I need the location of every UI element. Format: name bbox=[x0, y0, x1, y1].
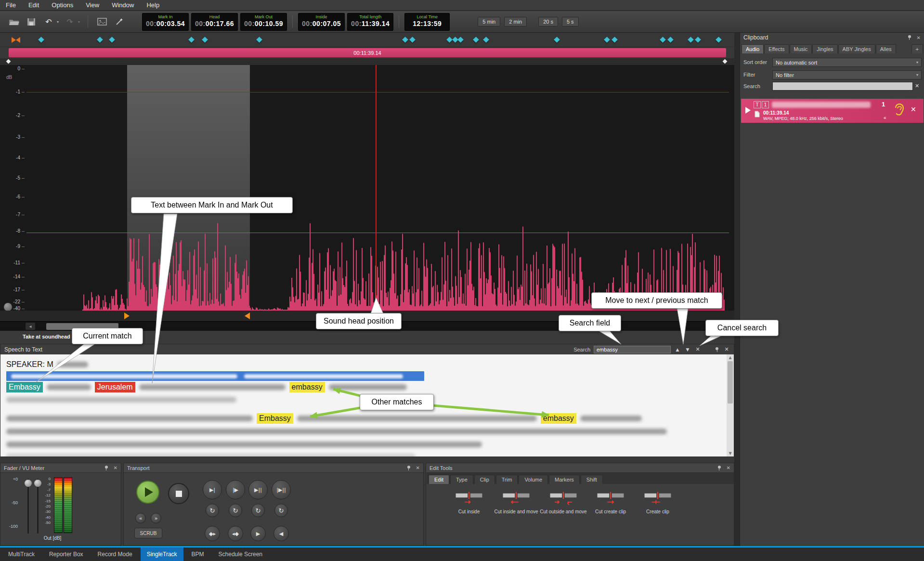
match-highlight[interactable]: embassy bbox=[289, 382, 325, 392]
overview-timeline[interactable]: 00:11:39.14 bbox=[9, 48, 726, 57]
edit-tab-trim[interactable]: Trim bbox=[496, 475, 518, 484]
menu-edit[interactable]: Edit bbox=[28, 1, 39, 9]
cue-marker-icon[interactable] bbox=[604, 37, 610, 43]
cue-marker-icon[interactable] bbox=[554, 37, 560, 43]
time-field-head[interactable]: Head00:00:17.66 bbox=[191, 13, 238, 31]
waveform-canvas[interactable] bbox=[26, 65, 729, 311]
jump-button-1[interactable]: ◂◆ bbox=[228, 526, 243, 541]
edit-tab-clip[interactable]: Clip bbox=[474, 475, 495, 484]
cue-marker-icon[interactable] bbox=[473, 37, 479, 43]
clipboard-tab-jingles[interactable]: Jingles bbox=[812, 44, 837, 53]
clear-search-icon[interactable]: ✕ bbox=[915, 83, 919, 89]
clipboard-audio-item[interactable]: T 1 1 00:11:39.14 WAV, MPEG; 48.0 kHz, 2… bbox=[741, 99, 924, 123]
mark-in-handle[interactable] bbox=[124, 313, 130, 319]
cue-marker-icon[interactable] bbox=[97, 37, 103, 43]
time-field-inside[interactable]: Inside00:00:07.05 bbox=[298, 13, 345, 31]
screen-tab-multitrack[interactable]: MultiTrack bbox=[2, 548, 41, 561]
cancel-search-button[interactable]: ✕ bbox=[694, 346, 701, 352]
edit-tab-shift[interactable]: Shift bbox=[581, 475, 603, 484]
cue-marker-icon[interactable] bbox=[409, 37, 416, 43]
playhead-line[interactable] bbox=[376, 65, 377, 311]
edit-tab-markers[interactable]: Markers bbox=[549, 475, 580, 484]
cue-marker-icon[interactable] bbox=[716, 37, 722, 43]
menu-file[interactable]: File bbox=[6, 1, 16, 9]
close-panel-icon[interactable]: ✕ bbox=[416, 465, 420, 470]
scrub-button[interactable]: SCRUB bbox=[134, 528, 162, 538]
next-match-button[interactable]: ▼ bbox=[684, 347, 691, 352]
cue-marker-icon[interactable] bbox=[402, 37, 408, 43]
redo-icon[interactable]: ↷ bbox=[64, 16, 76, 27]
cue-marker-icon[interactable] bbox=[695, 37, 701, 43]
cue-marker-icon[interactable] bbox=[483, 37, 489, 43]
clipboard-tab-music[interactable]: Music bbox=[790, 44, 812, 53]
time-field-total-length[interactable]: Total length00:11:39.14 bbox=[347, 13, 393, 31]
cue-marker-icon[interactable] bbox=[660, 37, 666, 43]
zoom-2-min[interactable]: 2 min bbox=[504, 17, 527, 26]
redo-dropdown-caret[interactable]: ▾ bbox=[78, 20, 80, 24]
transport-play-mode-button-2[interactable]: ▶|| bbox=[248, 480, 268, 499]
wand-icon[interactable] bbox=[113, 16, 126, 27]
tool-create-clip[interactable]: Create clip bbox=[634, 487, 681, 515]
zoom-5-min[interactable]: 5 min bbox=[478, 17, 500, 26]
fader-track[interactable] bbox=[27, 479, 29, 534]
prelisten-ear-icon[interactable] bbox=[894, 104, 905, 118]
range-start-diamond-icon[interactable] bbox=[6, 59, 11, 64]
tool-cut-inside-and-move[interactable]: Cut inside and move bbox=[493, 487, 540, 515]
open-folder-icon[interactable] bbox=[8, 16, 20, 27]
edit-tab-edit[interactable]: Edit bbox=[429, 475, 449, 484]
scroll-left-arrow[interactable]: ◂ bbox=[26, 323, 35, 330]
screen-tab-bpm[interactable]: BPM bbox=[185, 548, 210, 561]
screen-tab-schedule-screen[interactable]: Schedule Screen bbox=[212, 548, 269, 561]
clipboard-tab--[interactable]: + bbox=[911, 44, 923, 53]
tool-cut-outside-and-move[interactable]: Cut outside and move bbox=[540, 487, 587, 515]
undo-icon[interactable]: ↶ bbox=[42, 16, 55, 27]
jump-button-2[interactable]: ▶ bbox=[250, 526, 266, 541]
remove-item-icon[interactable]: ✕ bbox=[911, 105, 916, 113]
cue-marker-icon[interactable] bbox=[688, 37, 694, 43]
loop-button-0[interactable]: ↻ bbox=[206, 504, 219, 517]
marker-ruler[interactable] bbox=[0, 33, 734, 47]
transcript-scrollbar[interactable]: ▲ ▼ bbox=[727, 354, 734, 457]
item-play-icon[interactable] bbox=[745, 107, 751, 114]
tool-cut-create-clip[interactable]: Cut create clip bbox=[587, 487, 634, 515]
export-image-icon[interactable] bbox=[96, 16, 108, 27]
close-panel-icon[interactable]: ✕ bbox=[723, 346, 730, 352]
stop-button[interactable] bbox=[168, 483, 189, 504]
scroll-down-arrow[interactable]: ▼ bbox=[727, 451, 734, 456]
close-panel-icon[interactable]: ✕ bbox=[917, 35, 921, 40]
cue-marker-icon[interactable] bbox=[202, 37, 208, 43]
edit-tab-type[interactable]: Type bbox=[450, 475, 473, 484]
clipboard-tab-alles[interactable]: Alles bbox=[876, 44, 896, 53]
pin-icon[interactable] bbox=[715, 347, 720, 352]
cue-marker-icon[interactable] bbox=[109, 37, 115, 43]
pin-icon[interactable] bbox=[717, 465, 722, 471]
match-highlight[interactable]: Embassy bbox=[257, 413, 293, 424]
scrollbar-thumb[interactable] bbox=[728, 361, 733, 404]
pin-icon[interactable] bbox=[104, 465, 109, 471]
menu-window[interactable]: Window bbox=[112, 1, 134, 9]
jump-button-3[interactable]: ◀ bbox=[273, 526, 289, 541]
cue-marker-icon[interactable] bbox=[457, 37, 464, 43]
clipboard-tab-audio[interactable]: Audio bbox=[742, 44, 764, 53]
filter-dropdown[interactable]: No filter▾ bbox=[772, 70, 922, 79]
cue-marker-icon[interactable] bbox=[612, 37, 618, 43]
cue-marker-icon[interactable] bbox=[446, 37, 453, 43]
time-field-local-time[interactable]: Local Time12:13:59 bbox=[404, 13, 450, 31]
mark-out-handle[interactable] bbox=[245, 313, 250, 319]
transport-play-mode-button-0[interactable]: ▶| bbox=[203, 480, 222, 499]
waveform-display[interactable]: dB 0-1-2-3-4-5-6-7-8-9-11-14-17-22-40 bbox=[0, 65, 734, 311]
menu-help[interactable]: Help bbox=[146, 1, 159, 9]
match-highlight[interactable]: embassy bbox=[541, 413, 576, 424]
item-expander-icon[interactable]: « bbox=[884, 115, 886, 120]
zoom-5-s[interactable]: 5 s bbox=[562, 17, 579, 26]
menu-view[interactable]: View bbox=[86, 1, 99, 9]
tool-cut-inside[interactable]: Cut inside bbox=[445, 487, 493, 515]
play-button[interactable] bbox=[136, 481, 159, 504]
save-icon[interactable] bbox=[25, 16, 38, 27]
cue-marker-icon[interactable] bbox=[667, 37, 674, 43]
loop-marker-icon[interactable] bbox=[12, 37, 20, 43]
cue-marker-icon[interactable] bbox=[256, 37, 262, 43]
volume-knob-icon[interactable] bbox=[4, 303, 12, 311]
time-field-mark-in[interactable]: Mark In00:00:03.54 bbox=[142, 13, 189, 31]
pin-icon[interactable] bbox=[406, 465, 412, 471]
